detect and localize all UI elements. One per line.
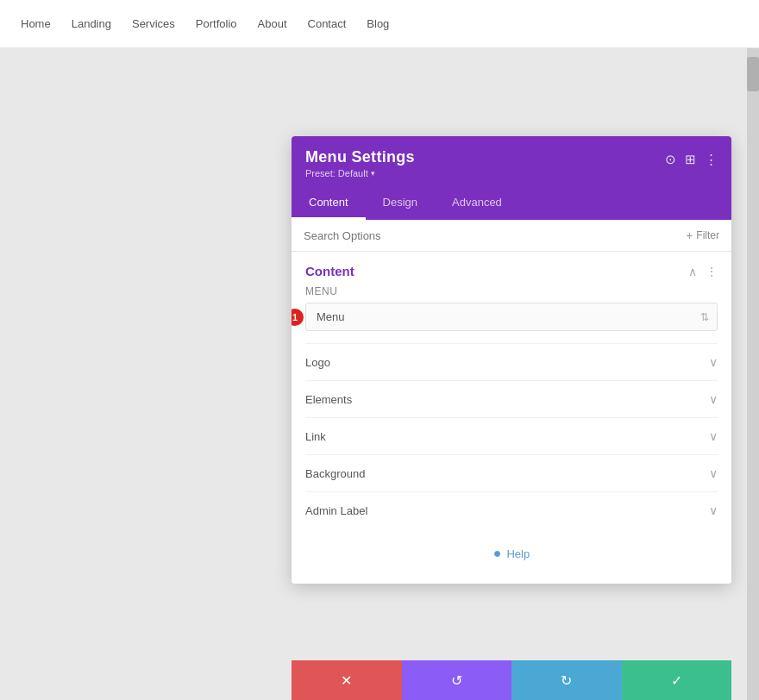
nav-blog[interactable]: Blog [367,17,389,30]
columns-icon[interactable]: ⊞ [685,152,696,167]
action-bar: ✕ ↺ ↻ ✓ [292,660,731,700]
elements-chevron-icon: ∨ [709,392,718,406]
top-nav: Home Landing Services Portfolio About Co… [0,0,759,48]
background-chevron-icon: ∨ [709,466,718,480]
menu-field-label: Menu [305,285,718,297]
modal-panel: Menu Settings Preset: Default ▾ ⊙ ⊞ ⋮ Co… [292,136,731,584]
nav-services[interactable]: Services [132,17,175,30]
background-label: Background [305,467,365,480]
scrollbar[interactable] [747,48,759,700]
help-icon: ● [493,546,502,561]
nav-home[interactable]: Home [21,17,51,30]
nav-contact[interactable]: Contact [308,17,347,30]
help-text: Help [506,547,530,560]
menu-select[interactable]: Menu [305,303,718,331]
save-button[interactable]: ✓ [622,660,732,700]
nav-portfolio[interactable]: Portfolio [196,17,237,30]
tab-design[interactable]: Design [366,187,435,220]
preset-arrow-icon: ▾ [371,169,375,178]
redo-button[interactable]: ↻ [511,660,622,700]
search-bar: + Filter [292,220,731,252]
modal-body: Content ∧ ⋮ Menu 1 Menu ⇅ Logo [292,252,731,584]
admin-label-chevron-icon: ∨ [709,503,718,517]
modal-tabs: Content Design Advanced [292,187,731,220]
modal-header-left: Menu Settings Preset: Default ▾ [305,148,415,178]
modal-header: Menu Settings Preset: Default ▾ ⊙ ⊞ ⋮ [292,136,731,187]
nav-about[interactable]: About [258,17,287,30]
menu-badge: 1 [292,309,304,326]
background-section[interactable]: Background ∨ [305,454,718,491]
section-header-icons: ∧ ⋮ [688,265,718,278]
preset-value: Default [338,168,368,178]
more-options-icon[interactable]: ⋮ [705,152,718,167]
section-more-icon[interactable]: ⋮ [706,265,718,278]
logo-label: Logo [305,356,330,369]
logo-section[interactable]: Logo ∨ [305,343,718,380]
scrollbar-thumb[interactable] [747,57,759,91]
modal-header-icons: ⊙ ⊞ ⋮ [665,152,718,167]
target-icon[interactable]: ⊙ [665,152,676,167]
help-section[interactable]: ● Help [305,528,718,570]
reset-button[interactable]: ↺ [402,660,512,700]
filter-button[interactable]: + Filter [686,228,719,242]
search-input[interactable] [304,229,679,242]
main-canvas: Menu Settings Preset: Default ▾ ⊙ ⊞ ⋮ Co… [0,48,759,700]
filter-label: Filter [696,229,719,241]
admin-label-section[interactable]: Admin Label ∨ [305,491,718,528]
content-section-header: Content ∧ ⋮ [305,252,718,285]
collapse-icon[interactable]: ∧ [688,265,697,278]
modal-title: Menu Settings [305,148,415,166]
plus-icon: + [686,228,693,242]
menu-select-wrapper: 1 Menu ⇅ [305,303,718,331]
tab-advanced[interactable]: Advanced [435,187,519,220]
tab-content[interactable]: Content [292,187,366,220]
link-chevron-icon: ∨ [709,429,718,443]
content-section-title: Content [305,264,354,278]
cancel-button[interactable]: ✕ [292,660,402,700]
admin-label-label: Admin Label [305,504,367,517]
menu-row: Menu 1 Menu ⇅ [305,285,718,331]
modal-preset[interactable]: Preset: Default ▾ [305,168,415,178]
logo-chevron-icon: ∨ [709,355,718,369]
elements-section[interactable]: Elements ∨ [305,380,718,417]
nav-landing[interactable]: Landing [72,17,111,30]
preset-label: Preset: [305,168,336,178]
link-section[interactable]: Link ∨ [305,417,718,454]
link-label: Link [305,430,326,443]
elements-label: Elements [305,393,352,406]
